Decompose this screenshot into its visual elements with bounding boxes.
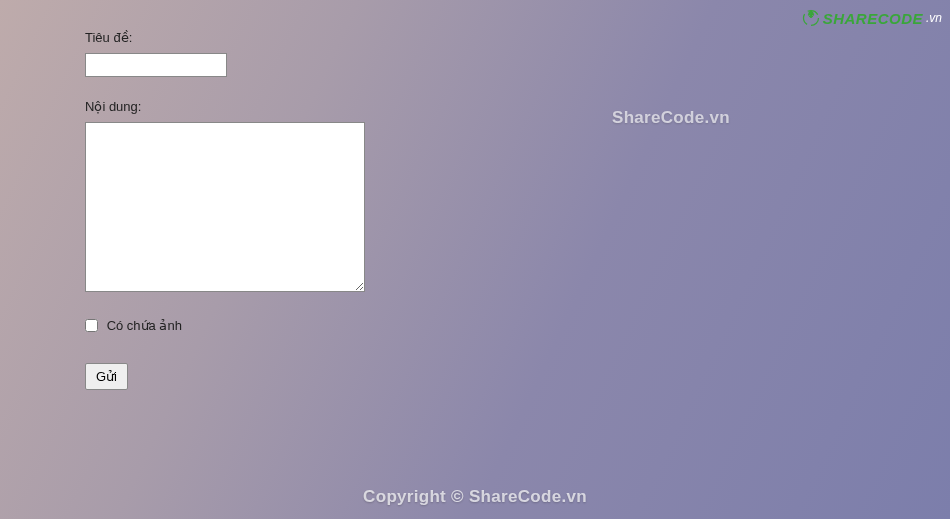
watermark-footer: Copyright © ShareCode.vn [363, 487, 587, 507]
form-container: Tiêu đề: Nội dung: Có chứa ảnh Gửi [0, 0, 950, 390]
content-label: Nội dung: [85, 99, 950, 114]
logo-sharecode: SHARECODE .vn [801, 8, 942, 28]
recycle-icon [801, 8, 821, 28]
title-group: Tiêu đề: [85, 30, 950, 77]
submit-button[interactable]: Gửi [85, 363, 128, 390]
logo-text-sub: .vn [926, 11, 942, 25]
checkbox-group: Có chứa ảnh [85, 317, 950, 333]
title-input[interactable] [85, 53, 227, 77]
content-group: Nội dung: [85, 99, 950, 295]
content-textarea[interactable] [85, 122, 365, 292]
checkbox-label: Có chứa ảnh [107, 318, 182, 333]
has-image-checkbox[interactable] [85, 319, 98, 332]
watermark-center: ShareCode.vn [612, 108, 730, 128]
logo-text-main: SHARECODE [823, 10, 923, 27]
title-label: Tiêu đề: [85, 30, 950, 45]
